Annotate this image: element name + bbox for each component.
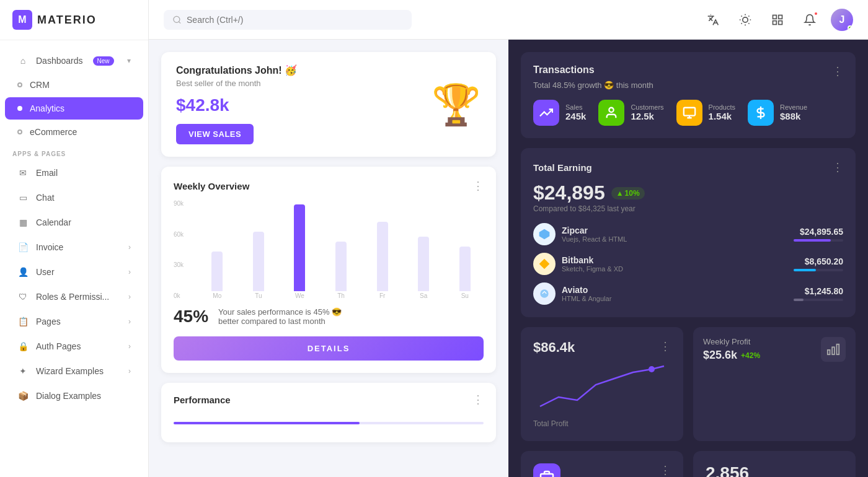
zipcar-progress-fill bbox=[794, 239, 831, 242]
dialog-icon: 📦 bbox=[17, 390, 29, 401]
chevron-right-icon: › bbox=[128, 367, 131, 375]
weekly-growth-badge: +42% bbox=[741, 351, 760, 360]
details-button[interactable]: DETAILS bbox=[174, 336, 484, 361]
total-profit-card: $86.4k ⋮ Total Profit bbox=[521, 327, 683, 441]
aviato-amount: $1,245.80 bbox=[794, 286, 843, 301]
chat-icon: ▭ bbox=[17, 192, 29, 203]
svg-point-11 bbox=[540, 289, 548, 297]
earning-item-bitbank: Bitbank Sketch, Figma & XD $8,650.20 bbox=[533, 253, 843, 275]
project-more-icon[interactable]: ⋮ bbox=[660, 463, 671, 477]
weekly-description: Your sales performance is 45% 😎 better c… bbox=[218, 307, 342, 326]
revenue-value: $88k bbox=[780, 111, 800, 121]
calendar-icon: ▦ bbox=[17, 217, 29, 228]
y-label-0k: 0k bbox=[174, 292, 184, 299]
aviato-logo-icon bbox=[538, 287, 551, 300]
grid-icon bbox=[771, 14, 784, 26]
weekly-overview-card: Weekly Overview ⋮ 90k 60k 30k 0k Mo bbox=[161, 167, 496, 373]
sidebar-item-email[interactable]: ✉ Email bbox=[5, 161, 143, 185]
left-panel: Congratulations John! 🥳 Best seller of t… bbox=[149, 40, 508, 477]
chart-y-axis: 90k 60k 30k 0k bbox=[174, 200, 184, 299]
sidebar: M MATERIO ⌂ Dashboards New ▾ CRM Analyti… bbox=[0, 0, 149, 477]
right-panel: Transactions ⋮ Total 48.5% growth 😎 this… bbox=[508, 40, 868, 477]
bar-fr-fill bbox=[377, 222, 388, 291]
grid-view-button[interactable] bbox=[766, 9, 789, 31]
earning-item-aviato: Aviato HTML & Angular $1,245.80 bbox=[533, 282, 843, 305]
sidebar-item-dashboards[interactable]: ⌂ Dashboards New ▾ bbox=[5, 49, 143, 72]
sun-icon bbox=[739, 14, 751, 26]
y-label-90k: 90k bbox=[174, 200, 184, 207]
sidebar-item-label: Chat bbox=[36, 193, 55, 203]
aviato-sub: HTML & Angular bbox=[562, 295, 611, 302]
nav-dot-icon bbox=[17, 82, 22, 87]
theme-toggle-button[interactable] bbox=[734, 9, 756, 31]
dollar-icon bbox=[754, 106, 768, 120]
svg-point-12 bbox=[649, 366, 655, 372]
bar-sa-fill bbox=[418, 237, 429, 291]
zipcar-left: Zipcar Vuejs, React & HTML bbox=[533, 223, 627, 245]
sales-info: Sales 245k bbox=[565, 103, 586, 122]
person-icon bbox=[604, 106, 618, 120]
sidebar-header: M MATERIO bbox=[0, 0, 148, 40]
aviato-left: Aviato HTML & Angular bbox=[533, 282, 611, 305]
sidebar-item-dialog[interactable]: 📦 Dialog Examples bbox=[5, 384, 143, 408]
earning-growth-badge: ▲ 10% bbox=[611, 187, 645, 199]
svg-rect-15 bbox=[828, 350, 830, 354]
sidebar-item-crm[interactable]: CRM bbox=[5, 74, 143, 96]
svg-rect-5 bbox=[779, 20, 782, 24]
bar-label-fr: Fr bbox=[379, 292, 385, 299]
chevron-right-icon: › bbox=[128, 268, 131, 276]
sidebar-item-user[interactable]: 👤 User › bbox=[5, 260, 143, 284]
sidebar-item-auth[interactable]: 🔒 Auth Pages › bbox=[5, 335, 143, 358]
translate-icon-button[interactable] bbox=[702, 9, 724, 31]
arrow-up-icon: ▲ bbox=[616, 189, 624, 198]
sidebar-item-pages[interactable]: 📋 Pages › bbox=[5, 310, 143, 333]
sidebar-item-label: Invoice bbox=[36, 242, 63, 252]
sidebar-item-ecommerce[interactable]: eCommerce bbox=[5, 121, 143, 143]
earning-title: Total Earning bbox=[533, 162, 592, 173]
trophy-icon: 🏆 bbox=[432, 85, 481, 125]
performance-card: Performance ⋮ bbox=[161, 383, 496, 442]
sidebar-item-invoice[interactable]: 📄 Invoice › bbox=[5, 235, 143, 259]
svg-point-6 bbox=[609, 108, 614, 112]
notifications-button[interactable] bbox=[799, 9, 821, 31]
svg-marker-9 bbox=[539, 229, 550, 240]
sidebar-item-analytics[interactable]: Analytics bbox=[5, 97, 143, 120]
y-label-60k: 60k bbox=[174, 231, 184, 238]
topbar: J bbox=[149, 0, 868, 40]
view-sales-button[interactable]: VIEW SALES bbox=[176, 124, 254, 144]
performance-more-icon[interactable]: ⋮ bbox=[472, 393, 484, 406]
weekly-profit-label: Weekly Profit bbox=[703, 337, 760, 346]
nav-dot-icon bbox=[17, 106, 22, 111]
bar-label-th: Th bbox=[337, 292, 345, 299]
search-box[interactable] bbox=[164, 10, 412, 30]
sales-icon-box bbox=[533, 100, 559, 126]
weekly-footer: 45% Your sales performance is 45% 😎 bett… bbox=[174, 307, 484, 326]
bitbank-amount: $8,650.20 bbox=[794, 256, 843, 271]
bar-su-fill bbox=[459, 247, 471, 291]
notification-dot bbox=[813, 11, 818, 16]
search-input[interactable] bbox=[187, 15, 403, 25]
congrats-title: Congratulations John! 🥳 bbox=[176, 64, 297, 76]
transactions-more-icon[interactable]: ⋮ bbox=[832, 64, 843, 78]
sidebar-item-label: eCommerce bbox=[30, 127, 77, 137]
sidebar-item-roles[interactable]: 🛡 Roles & Permissi... › bbox=[5, 285, 143, 309]
products-label: Products bbox=[709, 103, 735, 111]
bar-label-we: We bbox=[295, 292, 304, 299]
chevron-right-icon: › bbox=[128, 243, 131, 252]
profit-more-icon[interactable]: ⋮ bbox=[660, 339, 671, 353]
user-avatar[interactable]: J bbox=[831, 9, 853, 31]
aviato-progress-fill bbox=[794, 299, 804, 301]
sidebar-item-wizard[interactable]: ✦ Wizard Examples › bbox=[5, 359, 143, 383]
stat-products: Products 1.54k bbox=[676, 100, 735, 126]
zipcar-progress-container bbox=[794, 239, 843, 242]
sidebar-item-chat[interactable]: ▭ Chat bbox=[5, 186, 143, 209]
transactions-subtitle: Total 48.5% growth 😎 this month bbox=[533, 81, 843, 90]
congrats-content: Congratulations John! 🥳 Best seller of t… bbox=[176, 64, 297, 144]
home-icon: ⌂ bbox=[17, 55, 29, 66]
sidebar-item-label: CRM bbox=[30, 80, 50, 90]
more-options-icon[interactable]: ⋮ bbox=[472, 179, 484, 193]
earning-more-icon[interactable]: ⋮ bbox=[832, 160, 843, 174]
bar-chart: 90k 60k 30k 0k Mo Tu We bbox=[174, 200, 484, 299]
new-project-card: ⋮ New Project 862 -18% Ye... bbox=[521, 451, 683, 477]
sidebar-item-calendar[interactable]: ▦ Calendar bbox=[5, 211, 143, 234]
